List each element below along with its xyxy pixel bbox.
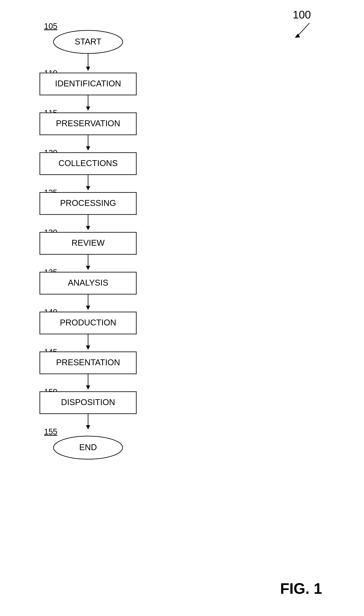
text-collections: COLLECTIONS	[58, 158, 118, 168]
text-presentation: PRESENTATION	[56, 358, 120, 367]
svg-marker-15	[86, 306, 90, 310]
svg-marker-11	[86, 226, 90, 230]
flowchart-svg: 105 START 110 IDENTIFICATION 115 PRESERV…	[17, 17, 176, 593]
svg-marker-17	[86, 346, 90, 350]
figure-ref-arrow	[293, 21, 318, 40]
text-analysis: ANALYSIS	[68, 278, 108, 287]
text-identification: IDENTIFICATION	[55, 79, 121, 88]
label-155: 155	[44, 427, 57, 436]
label-105: 105	[44, 22, 57, 31]
svg-line-0	[297, 23, 310, 37]
text-preservation: PRESERVATION	[56, 119, 120, 128]
text-processing: PROCESSING	[60, 198, 116, 207]
text-production: PRODUCTION	[60, 318, 116, 327]
svg-marker-7	[86, 146, 90, 151]
start-text: START	[75, 37, 101, 46]
svg-marker-9	[86, 186, 90, 190]
diagram-container: 100 FIG. 1 105 START 110 IDENTIFICATION …	[0, 0, 364, 616]
svg-marker-5	[86, 106, 90, 111]
text-review: REVIEW	[72, 238, 105, 247]
svg-marker-3	[86, 67, 90, 71]
end-text: END	[79, 443, 97, 452]
text-disposition: DISPOSITION	[61, 398, 115, 407]
figure-ref-number: 100	[293, 8, 311, 21]
figure-label: FIG. 1	[280, 580, 322, 597]
svg-marker-19	[86, 385, 90, 390]
svg-marker-13	[86, 266, 90, 270]
svg-marker-21	[86, 425, 90, 429]
